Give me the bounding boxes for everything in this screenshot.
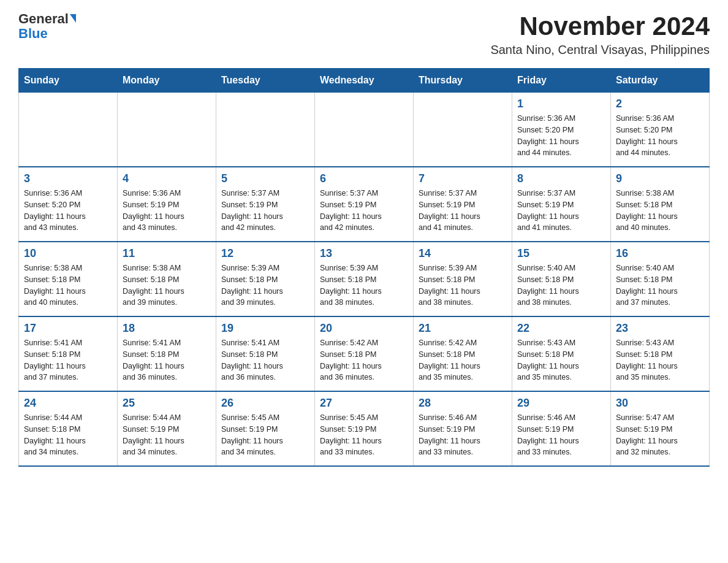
day-number: 17	[24, 322, 112, 335]
calendar-day-cell: 28Sunrise: 5:46 AMSunset: 5:19 PMDayligh…	[414, 391, 512, 466]
day-info: Sunrise: 5:37 AMSunset: 5:19 PMDaylight:…	[320, 188, 408, 234]
day-info: Sunrise: 5:40 AMSunset: 5:18 PMDaylight:…	[616, 262, 704, 308]
day-number: 11	[123, 247, 211, 260]
day-number: 3	[24, 172, 112, 185]
day-number: 18	[123, 322, 211, 335]
calendar-day-cell: 27Sunrise: 5:45 AMSunset: 5:19 PMDayligh…	[315, 391, 414, 466]
day-number: 13	[320, 247, 408, 260]
day-info: Sunrise: 5:46 AMSunset: 5:19 PMDaylight:…	[517, 412, 605, 458]
calendar-day-cell: 15Sunrise: 5:40 AMSunset: 5:18 PMDayligh…	[512, 242, 611, 316]
day-info: Sunrise: 5:44 AMSunset: 5:19 PMDaylight:…	[123, 412, 211, 458]
day-number: 12	[221, 247, 309, 260]
calendar-day-cell: 3Sunrise: 5:36 AMSunset: 5:20 PMDaylight…	[19, 167, 118, 242]
calendar-day-cell	[414, 93, 512, 167]
day-info: Sunrise: 5:36 AMSunset: 5:20 PMDaylight:…	[517, 113, 605, 159]
day-number: 5	[221, 172, 309, 185]
calendar-header-row: SundayMondayTuesdayWednesdayThursdayFrid…	[19, 69, 710, 93]
day-number: 6	[320, 172, 408, 185]
day-number: 19	[221, 322, 309, 335]
calendar-day-cell: 25Sunrise: 5:44 AMSunset: 5:19 PMDayligh…	[118, 391, 216, 466]
calendar-day-header: Tuesday	[216, 69, 315, 93]
calendar-day-header: Monday	[118, 69, 216, 93]
calendar-day-cell: 29Sunrise: 5:46 AMSunset: 5:19 PMDayligh…	[512, 391, 611, 466]
calendar-day-cell	[216, 93, 315, 167]
calendar-day-cell: 12Sunrise: 5:39 AMSunset: 5:18 PMDayligh…	[216, 242, 315, 316]
calendar-day-header: Saturday	[611, 69, 710, 93]
calendar-subtitle: Santa Nino, Central Visayas, Philippines	[490, 43, 710, 57]
logo-blue-text: Blue	[18, 27, 48, 40]
calendar-day-header: Friday	[512, 69, 611, 93]
day-number: 16	[616, 247, 704, 260]
calendar-day-cell	[118, 93, 216, 167]
calendar-day-cell: 26Sunrise: 5:45 AMSunset: 5:19 PMDayligh…	[216, 391, 315, 466]
calendar-week-row: 24Sunrise: 5:44 AMSunset: 5:18 PMDayligh…	[19, 391, 710, 466]
calendar-day-cell: 21Sunrise: 5:42 AMSunset: 5:18 PMDayligh…	[414, 316, 512, 391]
day-number: 1	[517, 98, 605, 110]
day-info: Sunrise: 5:41 AMSunset: 5:18 PMDaylight:…	[24, 337, 112, 383]
page-header: General Blue November 2024 Santa Nino, C…	[18, 12, 710, 57]
day-info: Sunrise: 5:41 AMSunset: 5:18 PMDaylight:…	[123, 337, 211, 383]
calendar-day-cell: 6Sunrise: 5:37 AMSunset: 5:19 PMDaylight…	[315, 167, 414, 242]
day-number: 27	[320, 397, 408, 410]
calendar-body: 1Sunrise: 5:36 AMSunset: 5:20 PMDaylight…	[19, 93, 710, 467]
day-number: 22	[517, 322, 605, 335]
day-info: Sunrise: 5:39 AMSunset: 5:18 PMDaylight:…	[320, 262, 408, 308]
logo-triangle-icon	[70, 14, 76, 23]
calendar-day-cell: 23Sunrise: 5:43 AMSunset: 5:18 PMDayligh…	[611, 316, 710, 391]
day-number: 9	[616, 172, 704, 185]
day-number: 4	[123, 172, 211, 185]
day-info: Sunrise: 5:38 AMSunset: 5:18 PMDaylight:…	[616, 188, 704, 234]
day-info: Sunrise: 5:36 AMSunset: 5:19 PMDaylight:…	[123, 188, 211, 234]
day-info: Sunrise: 5:38 AMSunset: 5:18 PMDaylight:…	[123, 262, 211, 308]
calendar-day-cell	[315, 93, 414, 167]
day-info: Sunrise: 5:43 AMSunset: 5:18 PMDaylight:…	[517, 337, 605, 383]
day-info: Sunrise: 5:36 AMSunset: 5:20 PMDaylight:…	[24, 188, 112, 234]
day-number: 8	[517, 172, 605, 185]
logo-general-text: General	[18, 12, 76, 26]
day-number: 15	[517, 247, 605, 260]
day-info: Sunrise: 5:47 AMSunset: 5:19 PMDaylight:…	[616, 412, 704, 458]
calendar-day-cell: 24Sunrise: 5:44 AMSunset: 5:18 PMDayligh…	[19, 391, 118, 466]
day-info: Sunrise: 5:41 AMSunset: 5:18 PMDaylight:…	[221, 337, 309, 383]
day-number: 28	[419, 397, 507, 410]
calendar-table: SundayMondayTuesdayWednesdayThursdayFrid…	[18, 68, 710, 467]
day-info: Sunrise: 5:45 AMSunset: 5:19 PMDaylight:…	[320, 412, 408, 458]
day-number: 30	[616, 397, 704, 410]
day-info: Sunrise: 5:37 AMSunset: 5:19 PMDaylight:…	[419, 188, 507, 234]
day-info: Sunrise: 5:44 AMSunset: 5:18 PMDaylight:…	[24, 412, 112, 458]
day-info: Sunrise: 5:40 AMSunset: 5:18 PMDaylight:…	[517, 262, 605, 308]
calendar-week-row: 3Sunrise: 5:36 AMSunset: 5:20 PMDaylight…	[19, 167, 710, 242]
calendar-header: SundayMondayTuesdayWednesdayThursdayFrid…	[19, 69, 710, 93]
calendar-day-cell: 4Sunrise: 5:36 AMSunset: 5:19 PMDaylight…	[118, 167, 216, 242]
calendar-day-cell: 16Sunrise: 5:40 AMSunset: 5:18 PMDayligh…	[611, 242, 710, 316]
calendar-day-header: Sunday	[19, 69, 118, 93]
logo: General Blue	[18, 12, 76, 40]
calendar-day-cell: 30Sunrise: 5:47 AMSunset: 5:19 PMDayligh…	[611, 391, 710, 466]
day-number: 10	[24, 247, 112, 260]
calendar-day-cell: 22Sunrise: 5:43 AMSunset: 5:18 PMDayligh…	[512, 316, 611, 391]
day-number: 23	[616, 322, 704, 335]
day-number: 25	[123, 397, 211, 410]
calendar-day-cell: 14Sunrise: 5:39 AMSunset: 5:18 PMDayligh…	[414, 242, 512, 316]
day-info: Sunrise: 5:42 AMSunset: 5:18 PMDaylight:…	[419, 337, 507, 383]
day-info: Sunrise: 5:43 AMSunset: 5:18 PMDaylight:…	[616, 337, 704, 383]
day-number: 21	[419, 322, 507, 335]
calendar-day-cell: 17Sunrise: 5:41 AMSunset: 5:18 PMDayligh…	[19, 316, 118, 391]
day-info: Sunrise: 5:37 AMSunset: 5:19 PMDaylight:…	[221, 188, 309, 234]
calendar-day-cell: 20Sunrise: 5:42 AMSunset: 5:18 PMDayligh…	[315, 316, 414, 391]
calendar-day-header: Wednesday	[315, 69, 414, 93]
day-info: Sunrise: 5:36 AMSunset: 5:20 PMDaylight:…	[616, 113, 704, 159]
day-number: 20	[320, 322, 408, 335]
calendar-day-header: Thursday	[414, 69, 512, 93]
calendar-day-cell: 9Sunrise: 5:38 AMSunset: 5:18 PMDaylight…	[611, 167, 710, 242]
day-number: 29	[517, 397, 605, 410]
calendar-day-cell: 10Sunrise: 5:38 AMSunset: 5:18 PMDayligh…	[19, 242, 118, 316]
day-number: 14	[419, 247, 507, 260]
day-number: 26	[221, 397, 309, 410]
calendar-day-cell: 5Sunrise: 5:37 AMSunset: 5:19 PMDaylight…	[216, 167, 315, 242]
calendar-day-cell: 7Sunrise: 5:37 AMSunset: 5:19 PMDaylight…	[414, 167, 512, 242]
day-info: Sunrise: 5:39 AMSunset: 5:18 PMDaylight:…	[419, 262, 507, 308]
calendar-day-cell: 18Sunrise: 5:41 AMSunset: 5:18 PMDayligh…	[118, 316, 216, 391]
day-info: Sunrise: 5:45 AMSunset: 5:19 PMDaylight:…	[221, 412, 309, 458]
day-info: Sunrise: 5:37 AMSunset: 5:19 PMDaylight:…	[517, 188, 605, 234]
